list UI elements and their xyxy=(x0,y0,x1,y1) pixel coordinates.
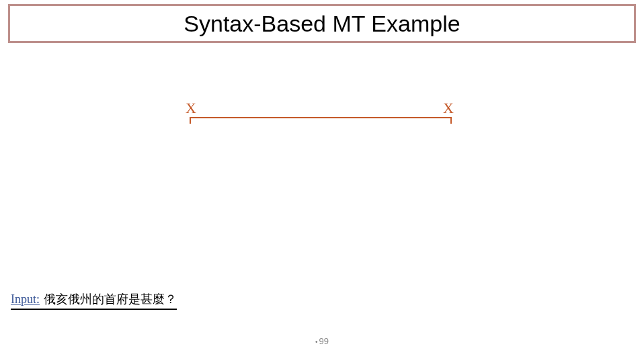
input-row: Input: 俄亥俄州的首府是甚麼？ xyxy=(11,291,177,310)
page-number: •99 xyxy=(0,336,644,346)
bracket-tick-left xyxy=(190,117,191,124)
tree-node-x-left: X xyxy=(186,99,196,117)
input-sentence: 俄亥俄州的首府是甚麼？ xyxy=(44,291,177,307)
tree-node-x-right: X xyxy=(443,99,454,117)
input-label: Input: xyxy=(11,292,40,307)
bullet-icon: • xyxy=(315,338,318,346)
bracket-horizontal xyxy=(190,117,452,118)
title-container: Syntax-Based MT Example xyxy=(8,4,636,43)
tree-span-bracket xyxy=(190,117,452,126)
bracket-tick-right xyxy=(450,117,452,124)
slide-title: Syntax-Based MT Example xyxy=(184,11,460,37)
page-number-value: 99 xyxy=(319,336,329,346)
